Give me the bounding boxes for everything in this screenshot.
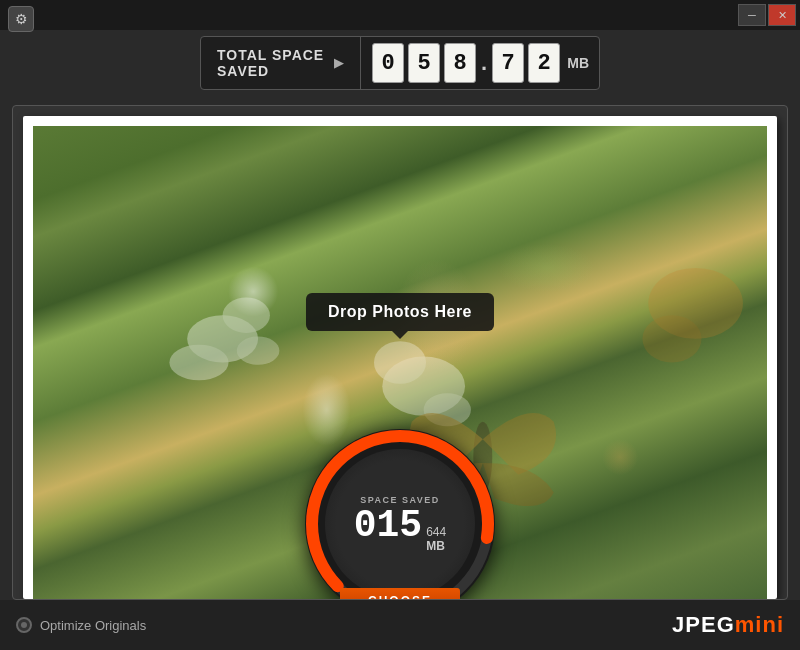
- digit-1: 5: [408, 43, 440, 83]
- choose-button[interactable]: CHOOSE: [340, 588, 460, 600]
- svg-point-3: [237, 336, 280, 364]
- stats-unit: MB: [567, 55, 589, 71]
- drop-tooltip[interactable]: Drop Photos Here: [306, 293, 494, 331]
- optimize-radio[interactable]: [16, 617, 32, 633]
- gear-icon: ⚙: [15, 11, 28, 27]
- stats-label: TOTAL SPACE SAVED ▶: [201, 37, 361, 89]
- optimize-originals-option[interactable]: Optimize Originals: [16, 617, 146, 633]
- svg-point-1: [223, 297, 270, 332]
- minimize-button[interactable]: ─: [738, 4, 766, 26]
- gauge-decimal: 644: [426, 525, 446, 539]
- settings-button[interactable]: ⚙: [8, 6, 34, 32]
- bottom-bar: Optimize Originals JPEGmini: [0, 600, 800, 650]
- drop-tooltip-text: Drop Photos Here: [328, 303, 472, 320]
- brand-name: JPEGmini: [672, 612, 784, 637]
- gauge-mb: MB: [426, 539, 445, 553]
- space-saved-gauge: SPACE SAVED 015 644 MB CHOOSE: [305, 429, 495, 600]
- gauge-outer: SPACE SAVED 015 644 MB: [305, 429, 495, 600]
- decimal-dot: .: [481, 50, 487, 76]
- stats-label-text: TOTAL SPACE SAVED: [217, 47, 326, 79]
- gauge-inner: SPACE SAVED 015 644 MB: [325, 449, 475, 599]
- brand-mini: mini: [735, 612, 784, 637]
- gauge-sub: 644 MB: [426, 525, 446, 553]
- gauge-value: 015 644 MB: [354, 507, 446, 553]
- svg-point-8: [642, 315, 701, 362]
- digit-0: 0: [372, 43, 404, 83]
- brand-logo: JPEGmini: [672, 612, 784, 638]
- digit-2: 8: [444, 43, 476, 83]
- optimize-label: Optimize Originals: [40, 618, 146, 633]
- svg-point-2: [169, 345, 228, 380]
- digit-4: 2: [528, 43, 560, 83]
- radio-dot: [21, 622, 27, 628]
- main-drop-area[interactable]: Drop Photos Here SPACE SAVED 015 644 MB: [12, 105, 788, 600]
- stats-digits: 0 5 8 . 7 2 MB: [361, 43, 599, 83]
- close-button[interactable]: ✕: [768, 4, 796, 26]
- title-bar: ─ ✕: [0, 0, 800, 30]
- svg-point-5: [374, 341, 426, 384]
- gauge-number: 015: [354, 507, 422, 545]
- play-icon: ▶: [334, 56, 344, 70]
- digit-3: 7: [492, 43, 524, 83]
- stats-bar: TOTAL SPACE SAVED ▶ 0 5 8 . 7 2 MB: [200, 36, 600, 90]
